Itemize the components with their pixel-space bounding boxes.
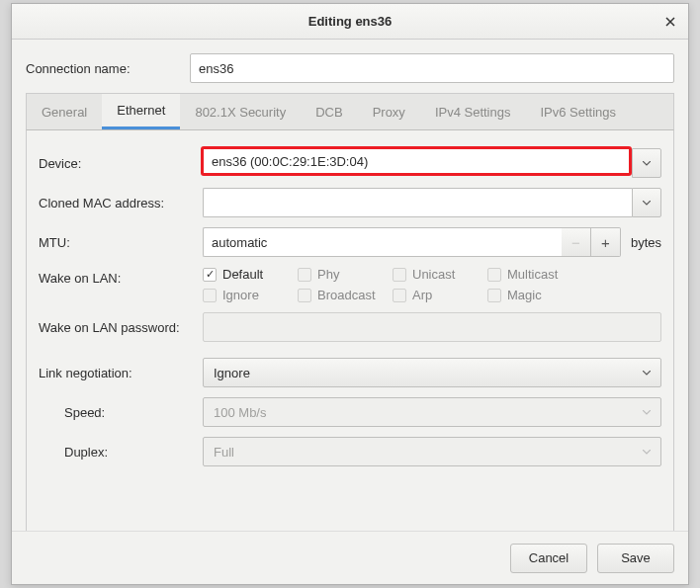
connection-name-input[interactable] — [190, 53, 674, 83]
link-neg-row: Link negotiation: Ignore — [39, 358, 661, 387]
duplex-label: Duplex: — [39, 445, 203, 460]
tab-ipv4[interactable]: IPv4 Settings — [420, 94, 526, 129]
tab-8021x[interactable]: 802.1X Security — [180, 94, 301, 129]
tab-bar: General Ethernet 802.1X Security DCB Pro… — [26, 93, 674, 130]
tab-ipv6[interactable]: IPv6 Settings — [525, 94, 631, 129]
window-title: Editing ens36 — [308, 14, 393, 29]
device-input[interactable]: ens36 (00:0C:29:1E:3D:04) — [201, 146, 632, 176]
device-row: Device: ens36 (00:0C:29:1E:3D:04) — [39, 148, 661, 178]
mtu-increment-button[interactable]: + — [591, 227, 621, 257]
wol-default-checkbox[interactable]: Default — [203, 267, 298, 282]
tab-dcb[interactable]: DCB — [301, 94, 357, 129]
checkbox-icon — [203, 289, 217, 302]
cloned-mac-dropdown-button[interactable] — [632, 188, 661, 217]
caret-down-icon — [643, 450, 651, 455]
editor-dialog: Editing ens36 Connection name: General E… — [11, 3, 689, 585]
dialog-footer: Cancel Save — [12, 531, 688, 584]
checkbox-icon — [298, 268, 311, 282]
cloned-mac-row: Cloned MAC address: — [39, 188, 661, 217]
caret-down-icon — [643, 410, 651, 415]
cloned-mac-label: Cloned MAC address: — [39, 196, 203, 210]
mtu-unit: bytes — [631, 235, 661, 250]
speed-select: 100 Mb/s — [203, 397, 661, 427]
cloned-mac-combo — [203, 188, 661, 217]
wol-ignore-checkbox: Ignore — [203, 288, 298, 302]
wol-password-input — [203, 312, 661, 342]
checkbox-icon — [487, 268, 501, 282]
connection-name-row: Connection name: — [26, 53, 674, 83]
duplex-row: Duplex: Full — [39, 437, 661, 466]
wol-password-row: Wake on LAN password: — [39, 312, 661, 342]
checkbox-icon — [487, 289, 501, 302]
caret-down-icon — [643, 161, 651, 166]
tab-general[interactable]: General — [27, 94, 102, 129]
close-button[interactable] — [658, 10, 682, 34]
device-dropdown-button[interactable] — [632, 148, 661, 178]
titlebar: Editing ens36 — [12, 4, 688, 40]
wol-row: Wake on LAN: Default Phy Unicast Multica… — [39, 267, 661, 302]
link-neg-label: Link negotiation: — [39, 366, 203, 380]
wol-options: Default Phy Unicast Multicast Ignore Bro… — [203, 267, 661, 302]
checkbox-icon — [298, 289, 311, 302]
checkbox-icon — [203, 268, 217, 282]
duplex-select: Full — [203, 437, 661, 466]
caret-down-icon — [643, 201, 651, 206]
speed-row: Speed: 100 Mb/s — [39, 397, 661, 427]
device-combo: ens36 (00:0C:29:1E:3D:04) — [203, 148, 661, 178]
device-label: Device: — [39, 156, 203, 171]
link-neg-select[interactable]: Ignore — [203, 358, 661, 387]
close-icon — [665, 17, 675, 27]
checkbox-icon — [393, 268, 406, 282]
wol-unicast-checkbox: Unicast — [393, 267, 487, 282]
ethernet-panel: Device: ens36 (00:0C:29:1E:3D:04) Cloned… — [26, 130, 674, 537]
wol-broadcast-checkbox: Broadcast — [298, 288, 393, 302]
tab-proxy[interactable]: Proxy — [358, 94, 420, 129]
wol-phy-checkbox: Phy — [298, 267, 393, 282]
wol-label: Wake on LAN: — [39, 267, 203, 286]
connection-name-label: Connection name: — [26, 61, 190, 76]
wol-magic-checkbox: Magic — [487, 288, 582, 302]
wol-password-label: Wake on LAN password: — [39, 320, 203, 335]
mtu-label: MTU: — [39, 235, 203, 250]
tab-ethernet[interactable]: Ethernet — [102, 94, 180, 129]
checkbox-icon — [393, 289, 406, 302]
speed-label: Speed: — [39, 405, 203, 420]
cancel-button[interactable]: Cancel — [510, 544, 587, 573]
wol-multicast-checkbox: Multicast — [487, 267, 582, 282]
wol-arp-checkbox: Arp — [393, 288, 487, 302]
mtu-row: MTU: − + bytes — [39, 227, 661, 257]
mtu-decrement-button[interactable]: − — [562, 227, 591, 257]
caret-down-icon — [643, 371, 651, 376]
mtu-spin: − + — [203, 227, 621, 257]
save-button[interactable]: Save — [597, 544, 674, 573]
mtu-input[interactable] — [203, 227, 562, 257]
cloned-mac-input[interactable] — [203, 188, 632, 217]
